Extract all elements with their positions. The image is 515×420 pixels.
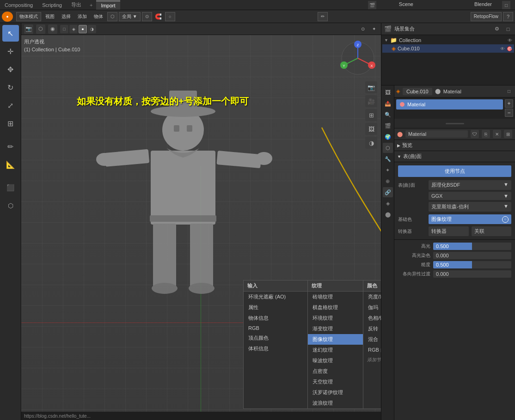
render-settings-icon[interactable]: 🖼 <box>365 123 377 135</box>
outliner-item-collection[interactable]: ▼ 📁 Collection 👁 <box>382 36 514 44</box>
props-modifier-icon[interactable]: 🔧 <box>383 154 393 164</box>
mat-fake-user-icon[interactable]: 🛡 <box>471 130 479 138</box>
context-item-wave[interactable]: 波浪纹理 <box>308 398 363 408</box>
tab-scripting[interactable]: Scripting <box>37 1 67 9</box>
transform-icon[interactable]: ⊞ <box>2 115 19 132</box>
prop-edit-icon[interactable]: ○ <box>165 12 175 21</box>
subsurface-value[interactable]: 克里斯坦森-伯利▼ <box>429 202 511 212</box>
help-icon[interactable]: ? <box>503 12 513 21</box>
material-item-material[interactable]: Material <box>396 99 503 110</box>
mat-copy-icon[interactable]: ⎘ <box>482 130 490 138</box>
cursor-icon[interactable]: ✛ <box>2 43 19 60</box>
distribution-value[interactable]: GGX▼ <box>429 192 511 200</box>
tab-compositing[interactable]: Compositing <box>0 1 37 9</box>
link-value[interactable]: 关联 <box>472 226 512 236</box>
converter-value[interactable]: 转换器 <box>429 226 469 236</box>
context-item-voronoi[interactable]: 沃罗诺伊纹理 <box>308 387 363 398</box>
context-item-noise[interactable]: 噪波纹理 <box>308 355 363 366</box>
material-add-btn[interactable]: + <box>505 99 513 108</box>
viewport[interactable]: 📷 ⬡ ◉ □ ◈ ● ◑ ⊙ ✦ <box>21 23 381 420</box>
outliner-filter-icon[interactable]: ⚙ <box>493 25 501 33</box>
rotate-icon[interactable]: ↻ <box>2 79 19 96</box>
context-item-vertex-color[interactable]: 顶点颜色 <box>244 333 307 343</box>
camera-perspective-icon[interactable]: 📷 <box>365 81 377 93</box>
context-item-point-density[interactable]: 点密度 <box>308 366 363 377</box>
context-item-volume-info[interactable]: 体积信息 <box>244 343 307 354</box>
props-scene-icon[interactable]: 🎬 <box>383 121 393 131</box>
context-item-hue-sat[interactable]: 色相/饱和度/明度 <box>363 313 381 323</box>
specular-tint-value[interactable]: 0.000 <box>433 252 511 259</box>
top-scene-icon[interactable]: 🎬 <box>368 1 376 9</box>
object-menu[interactable]: 物体 <box>91 12 106 21</box>
outliner-item-cube010[interactable]: ◈ Cube.010 👁 🎯 <box>382 44 514 53</box>
tab-add[interactable]: + <box>86 1 96 9</box>
context-item-rgb-curves[interactable]: RGB 曲线 <box>363 345 381 355</box>
props-constraint-icon[interactable]: 🔗 <box>383 187 393 197</box>
props-view-icon[interactable]: 🔍 <box>383 110 393 120</box>
preview-section-header[interactable]: ▶ 预览 <box>394 140 515 151</box>
context-item-checker[interactable]: 棋盘格纹理 <box>308 302 363 313</box>
props-material-icon[interactable]: ⬤ <box>383 209 393 219</box>
tab-import[interactable]: Import <box>96 0 120 10</box>
anisotropic-value[interactable]: 0.000 <box>433 270 511 278</box>
mat-settings-name-input[interactable]: Material <box>405 130 468 138</box>
render-region-icon[interactable]: ⊞ <box>365 109 377 121</box>
context-item-object-info[interactable]: 物体信息 <box>244 313 307 323</box>
camera-lock-icon[interactable]: 🎥 <box>365 95 377 107</box>
viewport-object-icon[interactable]: ⬡ <box>36 24 45 34</box>
mode-dropdown[interactable]: 物体模式 <box>16 12 41 21</box>
viewport-render-mode[interactable]: □ ◈ ● ◑ <box>60 25 96 33</box>
context-item-image-texture[interactable]: 图像纹理 <box>308 334 363 345</box>
surface-section-header[interactable]: ▼ 表(曲)面 <box>394 151 515 162</box>
viewport-sphere-icon[interactable]: ◉ <box>48 24 57 34</box>
context-item-env[interactable]: 环境纹理 <box>308 313 363 323</box>
add-cube-icon[interactable]: ⬛ <box>2 179 19 196</box>
mat-delete-icon[interactable]: ✕ <box>493 130 501 138</box>
material-remove-btn[interactable]: − <box>505 109 513 117</box>
mat-node-icon[interactable]: ⊞ <box>504 130 512 138</box>
props-physics-icon[interactable]: ⊕ <box>383 176 393 186</box>
viewport-gizmo-icon[interactable]: ✦ <box>370 25 378 33</box>
scale-icon[interactable]: ⤢ <box>2 97 19 114</box>
blender-icon[interactable]: ● <box>2 12 13 22</box>
context-item-mix[interactable]: 混合 <box>363 334 381 345</box>
context-item-rgb[interactable]: RGB <box>244 323 307 333</box>
props-output-icon[interactable]: 📤 <box>383 98 393 109</box>
props-particle-icon[interactable]: ✦ <box>383 165 393 175</box>
context-item-ao[interactable]: 环境光遮蔽 (AO) <box>244 292 307 302</box>
add-menu[interactable]: 添加 <box>75 12 90 21</box>
viewport-overlay-icon[interactable]: ⊙ <box>359 25 367 33</box>
snap-icon[interactable]: ⊙ <box>142 12 152 21</box>
specular-value[interactable]: 0.500 <box>433 243 511 250</box>
proportional-icon[interactable]: ⬡ <box>107 12 117 21</box>
context-item-invert[interactable]: 反转 <box>363 323 381 334</box>
context-item-brick[interactable]: 砖墙纹理 <box>308 292 363 302</box>
transform-dropdown[interactable]: 全局 ▼ <box>119 12 141 21</box>
top-expand-icon[interactable]: □ <box>502 1 510 9</box>
props-obj-name[interactable]: Cube.010 <box>403 88 432 95</box>
context-item-attribute[interactable]: 属性 <box>244 302 307 313</box>
props-data-icon[interactable]: ◈ <box>383 198 393 208</box>
base-color-value[interactable]: 图像纹理 ○ <box>429 214 511 224</box>
props-object-icon[interactable]: ⬡ <box>383 143 393 153</box>
surface-type-value[interactable]: 原理化BSDF▼ <box>429 180 511 190</box>
use-nodes-btn[interactable]: 使用节点 <box>398 165 511 177</box>
outliner-expand-icon[interactable]: □ <box>504 25 512 33</box>
context-item-brightness[interactable]: 亮度/对比度 <box>363 292 381 302</box>
measure-icon[interactable]: 📐 <box>2 156 19 173</box>
pie-icon[interactable]: RetopoFlow <box>471 12 502 21</box>
context-item-gradient[interactable]: 渐变纹理 <box>308 323 363 334</box>
compositor-icon[interactable]: ◑ <box>365 137 377 149</box>
roughness-value[interactable]: 0.500 <box>433 261 511 268</box>
props-expand-icon[interactable]: □ <box>505 87 513 96</box>
annotate-tool-icon[interactable]: ✏ <box>2 138 19 155</box>
context-item-magic[interactable]: 迷幻纹理 <box>308 345 363 355</box>
select-tool-icon[interactable]: ↖ <box>2 25 19 42</box>
add-object-icon[interactable]: ⬡ <box>2 197 19 214</box>
viewport-camera-icon[interactable]: 📷 <box>24 24 33 34</box>
props-render-icon[interactable]: 🖼 <box>383 87 393 97</box>
magnet-icon[interactable]: 🧲 <box>153 12 164 21</box>
move-icon[interactable]: ✥ <box>2 61 19 78</box>
view-menu[interactable]: 视图 <box>43 12 57 21</box>
context-item-sky[interactable]: 天空纹理 <box>308 377 363 387</box>
